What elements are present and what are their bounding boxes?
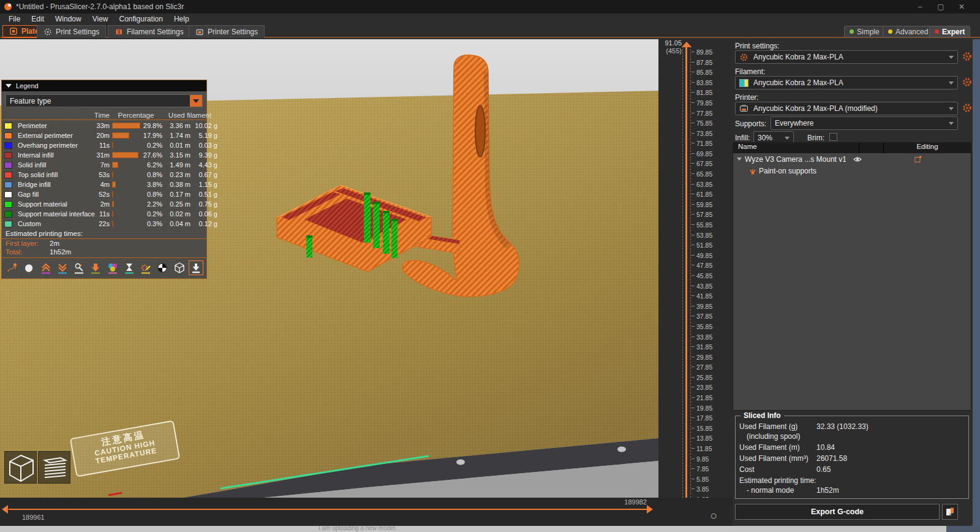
view-type-combo[interactable]: Feature type — [6, 94, 203, 107]
menu-file[interactable]: File — [4, 14, 25, 24]
shells-icon[interactable] — [172, 260, 187, 275]
pause-prints-icon[interactable] — [122, 260, 137, 275]
brim-label: Brim: — [807, 134, 824, 142]
mode-simple-button[interactable]: Simple — [844, 26, 885, 37]
sidebar-scrollbar[interactable] — [973, 39, 980, 526]
object-subrow-paint-on-supports[interactable]: Paint-on supports — [733, 165, 971, 177]
brim-checkbox[interactable] — [829, 133, 837, 141]
printer-combo[interactable]: Anycubic Kobra 2 Max-PLA (modified) — [735, 102, 958, 115]
move-slider-left-value: 189961 — [22, 514, 45, 521]
percentage-bar — [112, 221, 113, 227]
mode-expert-button[interactable]: Expert — [929, 26, 970, 37]
edit-print-settings-icon[interactable] — [962, 51, 973, 62]
3d-viewport[interactable]: 注意高温 CAUTION HIGH TEMPERATURE — [0, 39, 658, 498]
feature-color-swatch — [4, 211, 12, 218]
editing-icon[interactable] — [914, 156, 922, 163]
export-gcode-button[interactable]: Export G-code — [735, 504, 940, 520]
wipe-icon[interactable] — [21, 260, 36, 275]
chevron-down-icon — [949, 107, 954, 110]
expert-dot-icon — [935, 29, 939, 34]
menu-window[interactable]: Window — [50, 14, 86, 24]
filament-icon — [115, 28, 123, 36]
menu-help[interactable]: Help — [169, 14, 194, 24]
supports-combo[interactable]: Everywhere — [771, 116, 958, 130]
layer-slider[interactable]: 91.05 (455) 89.8587.8585.8583.8581.8579.… — [658, 39, 733, 526]
object-list: Name Editing Wyze V3 Camera ...s Mount v… — [733, 142, 971, 411]
feature-color-swatch — [4, 132, 12, 139]
toggle-legend-icon[interactable] — [189, 260, 203, 275]
color-changes-icon[interactable] — [105, 260, 120, 275]
infill-label: Infill: — [735, 134, 750, 142]
legend-row: Solid infill 7m 6.2% 1.49 m 4.43 g — [2, 159, 206, 169]
prusaslicer-window: *Untitled - PrusaSlicer-2.7.0-alpha1 bas… — [0, 0, 980, 532]
estimated-times-title: Estimated printing times: — [2, 228, 206, 239]
move-slider-right-handle[interactable] — [647, 505, 653, 514]
feature-color-swatch — [4, 191, 12, 198]
layers-preview-toggle[interactable] — [38, 451, 70, 484]
feature-color-swatch — [4, 221, 12, 227]
move-slider-left-handle[interactable] — [2, 505, 8, 514]
legend-row: Support material interface 11s 0.2% 0.02… — [2, 208, 206, 218]
eye-icon[interactable] — [853, 155, 862, 164]
retractions-icon[interactable] — [39, 260, 53, 275]
percentage-bar — [112, 152, 138, 158]
filament-combo[interactable]: Anycubic Kobra 2 Max-PLA — [735, 76, 958, 89]
slider-options-gear-icon[interactable]: ⛭ — [710, 511, 717, 521]
feature-color-swatch — [4, 172, 12, 178]
collapse-chevron-icon[interactable] — [737, 158, 742, 161]
legend-row: Top solid infill 53s 0.8% 0.23 m 0.67 g — [2, 169, 206, 179]
tool-changes-icon[interactable] — [88, 260, 103, 275]
edit-filament-icon[interactable] — [962, 77, 973, 88]
mode-advanced-button[interactable]: Advanced — [883, 26, 933, 37]
percentage-bar — [112, 191, 113, 197]
close-button[interactable]: ✕ — [957, 2, 967, 12]
minimize-button[interactable]: – — [915, 2, 925, 12]
menu-edit[interactable]: Edit — [26, 14, 49, 24]
legend-row: External perimeter 20m 17.9% 1.74 m 5.19… — [2, 130, 206, 140]
printer-label: Printer: — [735, 93, 759, 102]
legend-row: Gap fill 52s 0.8% 0.17 m 0.51 g — [2, 189, 206, 199]
export-to-sd-button[interactable] — [942, 504, 958, 520]
edit-printer-icon[interactable] — [962, 102, 973, 113]
sliced-info-row: Used Filament (g) 32.33 (1032.33) — [736, 422, 968, 431]
tab-printer-settings[interactable]: Printer Settings — [189, 25, 265, 38]
seams-icon[interactable] — [72, 260, 86, 275]
menu-bar: File Edit Window View Configuration Help — [0, 13, 980, 25]
object-row[interactable]: Wyze V3 Camera ...s Mount v19.stl — [733, 153, 971, 165]
travels-icon[interactable] — [5, 260, 20, 275]
menu-view[interactable]: View — [88, 14, 113, 24]
sliced-info-row: Used Filament (m) 10.84 — [736, 443, 968, 452]
sliced-info-panel: Sliced Info Used Filament (g) 32.33 (103… — [735, 416, 969, 499]
printer-icon — [195, 28, 204, 36]
percentage-bar — [112, 172, 113, 178]
legend-header[interactable]: Legend — [2, 80, 206, 91]
printer-icon — [739, 104, 748, 113]
deretractions-icon[interactable] — [55, 260, 70, 275]
legend-panel: Legend Feature type Time Percentage Used… — [1, 80, 207, 279]
supports-label: Supports: — [735, 120, 766, 128]
maximize-button[interactable]: ▢ — [936, 2, 946, 12]
layer-slider-top-value: 91.05 — [658, 39, 682, 47]
tab-print-settings[interactable]: Print Settings — [37, 25, 106, 38]
legend-row: Overhang perimeter 11s 0.2% 0.01 m 0.03 … — [2, 140, 206, 150]
center-of-mass-icon[interactable] — [155, 260, 170, 275]
title-bar: *Untitled - PrusaSlicer-2.7.0-alpha1 bas… — [0, 0, 980, 13]
legend-table-body: Perimeter 33m 29.8% 3.36 m 10.02 g Exter… — [2, 120, 206, 228]
sliced-info-row: Used Filament (mm³) 26071.58 — [736, 454, 968, 463]
sliced-info-row: Estimated printing time: — [736, 476, 968, 485]
layer-slider-upper-handle[interactable] — [682, 42, 692, 47]
object-list-header: Name Editing — [733, 143, 971, 153]
solid-view-toggle[interactable] — [4, 451, 37, 484]
menu-configuration[interactable]: Configuration — [115, 14, 168, 24]
layer-slider-track[interactable] — [685, 47, 687, 506]
filament-color-swatch — [739, 79, 748, 87]
print-settings-combo[interactable]: Anycubic Kobra 2 Max-PLA — [735, 50, 958, 64]
prusaslicer-logo-icon — [4, 3, 12, 10]
percentage-bar — [112, 123, 140, 129]
custom-gcode-icon[interactable] — [138, 260, 153, 275]
tab-filament-settings[interactable]: Filament Settings — [108, 25, 190, 38]
move-slider-track[interactable] — [9, 509, 647, 510]
chevron-down-icon — [949, 122, 954, 125]
combo-dropdown-button[interactable] — [190, 95, 202, 107]
sliced-info-row: - normal mode 1h52m — [736, 486, 968, 495]
